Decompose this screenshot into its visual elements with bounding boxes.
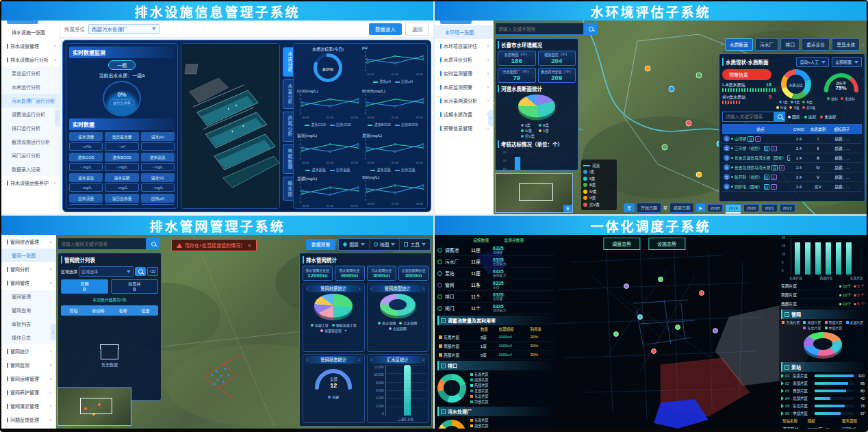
phase-button[interactable]: 一期: [108, 60, 136, 70]
facility-row[interactable]: 闸门11个6335排泄能力: [437, 303, 554, 314]
tab-概化图[interactable]: 概化图: [283, 177, 293, 201]
sidebar-item[interactable]: 远期水质改善∨: [435, 107, 493, 121]
year-chip-2020[interactable]: 2020: [743, 204, 759, 212]
year-chip-2018[interactable]: 2018: [707, 204, 723, 212]
sidebar-item[interactable]: 操作日志: [1, 331, 55, 344]
view-tab-设施态势[interactable]: 设施态势: [648, 238, 685, 250]
unit-select[interactable]: 西部污水处理厂: [88, 24, 159, 34]
expand-icon[interactable]: −: [784, 312, 789, 317]
sidebar-item[interactable]: 排水设施运行分析∧: [1, 53, 60, 66]
arrow-left-icon[interactable]: ‹: [307, 286, 308, 291]
sidebar-item[interactable]: 管网综合管理∧: [1, 235, 55, 249]
bl-minimap[interactable]: [58, 387, 131, 426]
pump-bar-row[interactable]: 03西部片区80: [781, 387, 865, 394]
sidebar-item[interactable]: 泵站运行分析: [1, 66, 60, 80]
sidebar-item[interactable]: 管网管理: [1, 290, 55, 303]
table-row[interactable]: 南部片区1座1000m³30%: [437, 342, 554, 351]
alert-button[interactable]: 预警信息: [722, 69, 771, 80]
sidebar-item[interactable]: 问题反馈处理∨: [1, 413, 55, 427]
region-search-button[interactable]: [135, 267, 146, 276]
toolbar-工具[interactable]: 工具: [400, 239, 430, 250]
arrow-right-icon[interactable]: ›: [862, 42, 864, 48]
tab-电耗数据[interactable]: 电耗数据: [283, 144, 293, 174]
sidebar-item[interactable]: 水闸运行分析: [1, 80, 60, 94]
table-row[interactable]: 5新开利（省控）自人2.4Ⅴ总磷、...: [722, 173, 862, 182]
region-select[interactable]: 区域选择: [79, 266, 133, 277]
sidebar-item[interactable]: 管网分析∨: [1, 262, 55, 276]
pump-bar-row[interactable]: 04北部片区40: [781, 394, 865, 402]
table-row[interactable]: 4长吉北线饮马河大桥自人2.4Ⅳ总磷、...: [722, 163, 862, 173]
arrow-left-icon[interactable]: ‹: [307, 357, 308, 362]
facility-row[interactable]: 泵站11座6335抽排能力: [437, 268, 554, 279]
tab-重点企业[interactable]: 重点企业: [802, 38, 830, 51]
district-row[interactable]: 南部片区■ 10个■ 5 个: [781, 290, 865, 299]
plant-3d-view[interactable]: [181, 43, 280, 209]
sidebar-item[interactable]: 排水设施管理∨: [1, 39, 60, 53]
sidebar-item[interactable]: 排水设施一张图: [1, 25, 60, 39]
pump-bar-row[interactable]: 01东南片区100: [781, 372, 865, 379]
sidebar-collapse-icon[interactable]: ‹: [51, 324, 55, 340]
expand-icon[interactable]: −: [441, 318, 446, 323]
tab-黑臭水体[interactable]: 黑臭水体: [832, 38, 860, 51]
pump-bar-row[interactable]: 06中部片区67: [781, 409, 865, 417]
pump-bar-row[interactable]: 02南部片区86: [781, 379, 865, 387]
toolbar-图层[interactable]: 图层: [339, 239, 370, 250]
filter-option[interactable]: 国控: [788, 114, 800, 120]
close-icon[interactable]: ×: [248, 242, 251, 249]
table-row[interactable]: 2三环桥（省控）自人2.4Ⅱ总磷、...: [722, 144, 862, 153]
bl-map[interactable]: 管网统计列表 区域选择 区域选择 ⌫ 管网0检查井0 本次统计结果共0条 管段标…: [56, 235, 433, 429]
district-row[interactable]: 东南片区■ 10个■ 5 个: [781, 281, 865, 290]
sidebar-item[interactable]: 数据录入记录: [1, 162, 60, 176]
search-button[interactable]: [774, 112, 785, 122]
arrow-right-icon[interactable]: ›: [359, 286, 360, 291]
arrow-left-icon[interactable]: ‹: [371, 286, 372, 291]
district-row[interactable]: 西部片区■ 10个■ 5 个: [781, 299, 865, 308]
station-search-input[interactable]: [722, 112, 774, 122]
search-input[interactable]: [495, 23, 584, 35]
sidebar-item[interactable]: 管网监测∨: [1, 358, 55, 372]
back-button[interactable]: 返回: [405, 23, 429, 36]
sidebar-item[interactable]: 污水处理厂运行分析: [1, 94, 60, 107]
count-tab-管网[interactable]: 管网0: [61, 279, 108, 294]
tr-minimap[interactable]: 年: [495, 173, 573, 213]
end-date-input[interactable]: 结束日期: [669, 203, 694, 213]
year-chip-2022[interactable]: 2022: [780, 204, 795, 212]
search-button[interactable]: [584, 23, 598, 35]
sidebar-item[interactable]: 排口运行分析: [1, 121, 60, 135]
toolbar-地图[interactable]: 地图: [370, 239, 400, 250]
filter-option[interactable]: 达标: [804, 114, 817, 120]
unit-toggle[interactable]: 年: [624, 203, 635, 212]
table-row[interactable]: 6刘珍屯（国考）自人2.4劣Ⅴ总磷、...: [722, 182, 862, 192]
view-tab-调度态势[interactable]: 调度态势: [603, 238, 640, 250]
year-chip-2019[interactable]: 2019: [725, 204, 741, 212]
arrow-right-icon[interactable]: ›: [423, 286, 424, 291]
sidebar-item[interactable]: 管网统计∨: [1, 344, 55, 358]
sidebar-item[interactable]: 调蓄池运行分析: [1, 107, 60, 121]
tab-药耗分析[interactable]: 药耗分析: [283, 112, 293, 141]
sidebar-item[interactable]: 实时监测管理∨: [435, 66, 493, 80]
expand-icon[interactable]: −: [784, 365, 789, 370]
expand-icon[interactable]: −: [441, 364, 446, 368]
sidebar-item[interactable]: 水污染溯源分析∨: [435, 94, 493, 107]
facility-row[interactable]: 管网11条6335长度: [437, 279, 554, 291]
play-button[interactable]: ▶: [696, 203, 705, 212]
pump-bar-row[interactable]: 05东北片区78: [781, 402, 865, 409]
facility-row[interactable]: 调蓄池11座6335总规模: [437, 244, 554, 256]
search-button[interactable]: [146, 238, 160, 250]
tab-污水厂[interactable]: 污水厂: [755, 38, 778, 51]
expand-icon[interactable]: −: [441, 409, 446, 414]
facility-row[interactable]: 污水厂11座6335处理能力: [437, 256, 554, 268]
year-chip-2021[interactable]: 2021: [761, 204, 777, 212]
sidebar-item[interactable]: 截流设施运行分析: [1, 135, 60, 149]
sidebar-item[interactable]: 管网管理∧: [1, 276, 55, 290]
arrow-left-icon[interactable]: ‹: [721, 42, 723, 48]
data-entry-button[interactable]: 数据录入: [369, 23, 402, 35]
section-select[interactable]: 全部断面: [832, 57, 862, 67]
sidebar-item[interactable]: 管网运维管理∨: [1, 372, 55, 385]
mode-select[interactable]: 自动+人工: [796, 57, 829, 67]
table-row[interactable]: 河道泵站30000万m³/h1000m²: [781, 424, 865, 429]
table-row[interactable]: 3长吉高速饮马河大桥（国考）自人2.4Ⅲ总磷、...: [722, 153, 862, 163]
tab-水质分析[interactable]: 水质分析: [283, 47, 293, 77]
sidebar-item[interactable]: 水环境容量评估∨: [435, 39, 493, 53]
legend-more-icon[interactable]: ▸: [345, 328, 347, 333]
